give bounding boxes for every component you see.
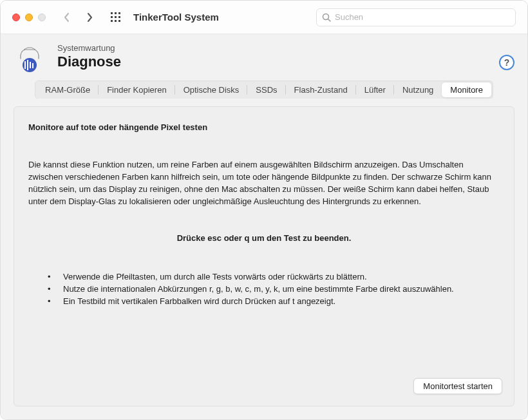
instruction-heading: Drücke esc oder q um den Test zu beenden… [28, 233, 500, 243]
svg-line-10 [328, 19, 331, 21]
app-window: TinkerTool System Systemwartung [0, 0, 528, 420]
close-window-button[interactable] [12, 14, 20, 21]
tab-ram-groesse[interactable]: RAM-Größe [37, 82, 99, 97]
help-icon: ? [504, 57, 510, 68]
traffic-lights [12, 14, 46, 21]
svg-rect-8 [118, 20, 120, 22]
tab-nutzung[interactable]: Nutzung [394, 82, 442, 97]
diagnose-icon [15, 44, 44, 74]
breadcrumb: Systemwartung [57, 43, 487, 53]
tab-ssds[interactable]: SSDs [247, 82, 285, 97]
svg-rect-4 [115, 16, 117, 18]
svg-rect-2 [118, 12, 120, 14]
svg-rect-12 [24, 61, 26, 69]
apps-grid-button[interactable] [106, 10, 124, 25]
app-title: TinkerTool System [133, 12, 219, 23]
list-item: Nutze die internationalen Abkürzungen r,… [63, 283, 500, 296]
fullscreen-window-button[interactable] [38, 14, 46, 21]
page-icon [14, 43, 46, 74]
titlebar: TinkerTool System [1, 1, 527, 34]
svg-rect-14 [30, 62, 31, 68]
svg-rect-0 [111, 12, 113, 14]
tab-bar-inner: RAM-Größe Finder Kopieren Optische Disks… [35, 81, 493, 99]
svg-rect-5 [118, 16, 120, 18]
instruction-list: Verwende die Pfeiltasten, um durch alle … [28, 271, 500, 308]
section-description: Die kannst diese Funktion nutzen, um rei… [28, 159, 500, 207]
chevron-right-icon [86, 12, 93, 23]
page-title: Diagnose [57, 53, 487, 70]
start-monitor-test-button[interactable]: Monitortest starten [413, 378, 502, 394]
content-panel: Monitore auf tote oder hängende Pixel te… [14, 106, 514, 406]
svg-rect-6 [111, 20, 113, 22]
list-item: Verwende die Pfeiltasten, um durch alle … [63, 271, 500, 283]
search-input[interactable] [335, 12, 510, 22]
tab-flash-zustand[interactable]: Flash-Zustand [286, 82, 356, 97]
header-section: Systemwartung Diagnose ? RAM-Größe Finde… [1, 34, 527, 99]
nav-back-button[interactable] [57, 10, 75, 25]
chevron-left-icon [63, 12, 70, 23]
action-row: Monitortest starten [413, 378, 502, 394]
section-heading: Monitore auf tote oder hängende Pixel te… [28, 122, 500, 132]
svg-rect-13 [27, 60, 28, 70]
nav-forward-button[interactable] [80, 10, 99, 25]
tab-optische-disks[interactable]: Optische Disks [175, 82, 248, 97]
search-field-wrap[interactable] [316, 8, 516, 26]
tab-monitore[interactable]: Monitore [442, 82, 491, 97]
tab-bar: RAM-Größe Finder Kopieren Optische Disks… [14, 81, 514, 99]
minimize-window-button[interactable] [25, 14, 33, 21]
list-item: Ein Testbild mit vertikalen Farbbalken w… [63, 296, 500, 308]
search-icon [322, 13, 331, 22]
content-area: Monitore auf tote oder hängende Pixel te… [1, 99, 527, 419]
svg-rect-1 [115, 12, 117, 14]
svg-rect-7 [115, 20, 117, 22]
svg-rect-3 [111, 16, 113, 18]
help-button[interactable]: ? [499, 55, 514, 70]
svg-rect-15 [32, 63, 33, 68]
tab-luefter[interactable]: Lüfter [356, 82, 394, 97]
grid-icon [111, 12, 120, 22]
tab-finder-kopieren[interactable]: Finder Kopieren [99, 82, 175, 97]
